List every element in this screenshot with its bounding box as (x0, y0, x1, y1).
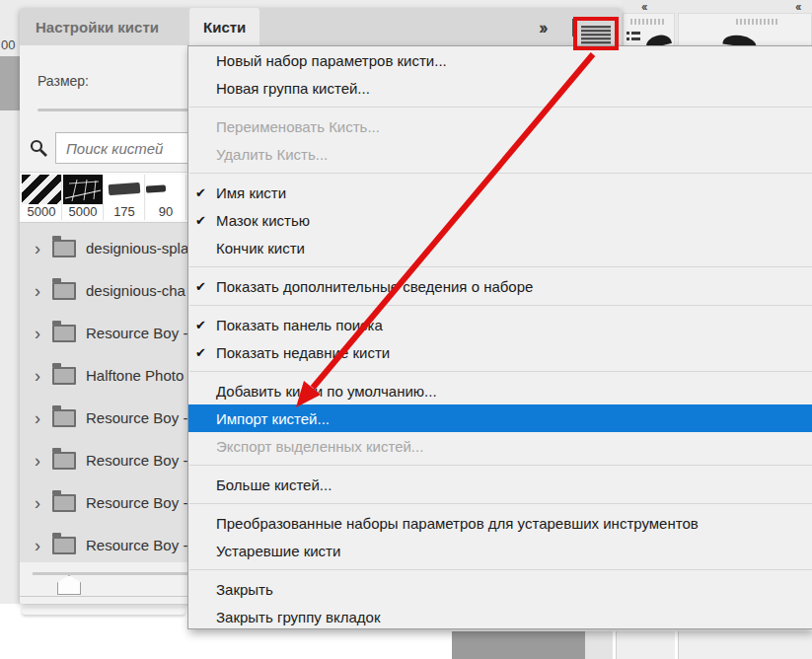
menu-item-label: Экспорт выделенных кистей... (216, 438, 423, 455)
folder-name: Resource Boy - (86, 537, 187, 553)
menu-item-label: Преобразованные наборы параметров для ус… (216, 515, 699, 532)
menu-item[interactable]: Новая группа кистей... (188, 74, 812, 102)
panel-bottom-frame (22, 607, 185, 615)
menu-item[interactable]: Добавить кисти по умолчанию... (188, 377, 812, 404)
recent-brush-thumbnail[interactable]: 90 (146, 175, 186, 220)
menu-item[interactable]: ✔Имя кисти (188, 179, 812, 206)
clipped-brush-size-text: 00 (1, 37, 15, 52)
menu-item-label: Удалить Кисть... (216, 146, 328, 163)
brush-size-value: 175 (105, 204, 144, 219)
menu-item[interactable]: Кончик кисти (188, 234, 812, 261)
recent-brush-thumbnail[interactable]: 5000 (22, 175, 62, 220)
menu-item[interactable]: Преобразованные наборы параметров для ус… (188, 509, 812, 537)
expand-chevron-icon[interactable]: › (35, 284, 48, 298)
folder-icon (52, 537, 76, 554)
folder-icon (52, 282, 76, 300)
search-icon (30, 139, 48, 158)
menu-item-label: Новая группа кистей... (216, 80, 370, 97)
folder-name: Resource Boy - (86, 409, 187, 426)
menu-item[interactable]: Закрыть группу вкладок (188, 603, 812, 630)
brush-size-value: 5000 (63, 204, 103, 219)
brush-size-value: 90 (146, 204, 185, 219)
tab-label: Кисти (203, 19, 246, 36)
menu-item: Переименовать Кисть... (188, 112, 812, 140)
menu-item[interactable]: Новый набор параметров кисти... (188, 46, 812, 74)
menu-separator (188, 261, 812, 272)
expand-chevron-icon[interactable]: › (35, 496, 48, 510)
tab-brushes[interactable]: Кисти (189, 8, 259, 45)
background-panel-left-edge: 00 (0, 0, 20, 604)
menu-item: Экспорт выделенных кистей... (188, 432, 812, 460)
background-content-block (616, 631, 675, 659)
folder-icon (52, 367, 76, 385)
list-view-icon (627, 30, 640, 42)
brush-size-label: Размер: (37, 73, 89, 89)
menu-item-label: Устаревшие кисти (216, 543, 340, 559)
brush-preview-image (22, 175, 61, 204)
checkmark-icon: ✔ (195, 213, 206, 228)
menu-item[interactable]: Устаревшие кисти (188, 537, 812, 564)
expand-chevron-icon[interactable]: › (35, 454, 48, 468)
menu-item-label: Больше кистей... (216, 476, 332, 493)
folder-icon (52, 325, 76, 342)
recent-brush-thumbnail[interactable]: 175 (105, 175, 145, 220)
menu-item[interactable]: Больше кистей... (188, 471, 812, 498)
expand-chevron-icon[interactable]: › (35, 327, 48, 340)
menu-item-label: Показать дополнительные сведения о набор… (216, 278, 533, 295)
background-content-block (585, 631, 613, 659)
folder-name: Halftone Photo (86, 367, 184, 384)
menu-item-label: Закрыть (216, 581, 273, 598)
menu-item-label: Имя кисти (216, 184, 286, 201)
panel-grip-dots (630, 19, 664, 25)
folder-icon (52, 240, 76, 257)
collapse-panel-icon[interactable]: ‹‹ (795, 0, 800, 13)
brush-preview-image (105, 175, 144, 204)
menu-item[interactable]: ✔Показать дополнительные сведения о набо… (188, 272, 812, 300)
clipped-gray-thumbnail (0, 56, 20, 110)
menu-item: Удалить Кисть... (188, 140, 812, 168)
expand-chevron-icon[interactable]: › (35, 411, 48, 425)
expand-chevron-icon[interactable]: › (35, 242, 48, 256)
menu-separator (188, 366, 812, 377)
brush-stroke-shape (146, 184, 166, 192)
menu-separator (188, 498, 812, 509)
checkmark-icon: ✔ (195, 345, 206, 360)
menu-item-label: Добавить кисти по умолчанию... (216, 383, 437, 400)
background-docked-panels: ‹‹ ‹‹ (622, 0, 812, 45)
menu-separator (188, 564, 812, 575)
menu-item-label: Показать недавние кисти (216, 344, 390, 361)
folder-icon (52, 494, 76, 512)
menu-item[interactable]: ✔Показать недавние кисти (188, 338, 812, 366)
menu-item-label: Мазок кистью (216, 212, 310, 229)
folder-name: Resource Boy - (86, 325, 187, 341)
menu-item[interactable]: Импорт кистей... (188, 404, 812, 432)
thumbnail-size-slider-thumb[interactable] (57, 575, 81, 595)
menu-item-label: Кончик кисти (216, 240, 305, 256)
menu-item-label: Импорт кистей... (216, 410, 330, 427)
annotation-highlight-box (573, 17, 619, 50)
tab-brush-settings[interactable]: Настройки кисти (22, 8, 173, 45)
expand-chevron-icon[interactable]: › (35, 539, 48, 552)
menu-item[interactable]: ✔Показать панель поиска (188, 311, 812, 338)
menu-item-label: Переименовать Кисть... (216, 118, 380, 135)
recent-brush-thumbnail[interactable]: 5000 (63, 175, 104, 220)
menu-item-label: Закрыть группу вкладок (216, 609, 380, 625)
background-panel-tab (678, 13, 812, 45)
menu-item-label: Новый набор параметров кисти... (216, 52, 447, 69)
collapse-panel-icon[interactable]: ‹‹ (641, 0, 646, 13)
background-panel-tab (623, 13, 675, 45)
folder-name: designious-spla (86, 240, 188, 256)
panel-collapse-icon[interactable]: ›› (539, 17, 546, 38)
menu-item-label: Показать панель поиска (216, 317, 383, 333)
brush-size-value: 5000 (22, 204, 61, 219)
menu-item[interactable]: Закрыть (188, 575, 812, 603)
panel-grip-dots (736, 19, 779, 25)
checkmark-icon: ✔ (195, 279, 206, 294)
brushes-panel-flyout-menu: Новый набор параметров кисти...Новая гру… (187, 45, 812, 629)
brush-preview-image (63, 175, 103, 204)
background-content-block (452, 631, 585, 659)
checkmark-icon: ✔ (195, 318, 206, 332)
expand-chevron-icon[interactable]: › (35, 369, 48, 383)
folder-name: Resource Boy - (86, 494, 187, 511)
menu-item[interactable]: ✔Мазок кистью (188, 206, 812, 234)
